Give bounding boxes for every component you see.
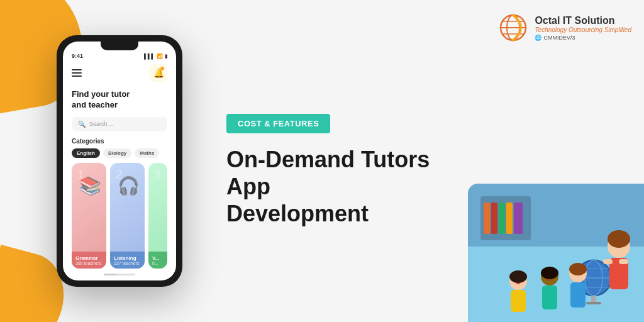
svg-rect-23 [619,259,628,264]
grammar-label: Grammar 389 teachers [72,252,106,269]
main-title-line1: On-Demand Tutors App [226,147,430,199]
listening-illustration: 🎧 [118,175,140,196]
tutor-card-listening[interactable]: 2 🎧 Listening 237 teachers [110,163,145,269]
classroom-svg [468,184,644,322]
main-title-line2: Development [226,201,369,226]
company-badge: 🌐 CMMIDEV/3 [535,35,631,41]
listening-label: Listening 237 teachers [110,252,145,269]
vocab-label: V... 8... [148,252,167,269]
cmmi-badge-text: CMMIDEV/3 [543,35,575,41]
company-logo-globe [498,13,528,43]
cost-features-badge: COST & FEATURES [226,114,330,133]
left-section: 9:41 ▌▌▌ 📶 ▮ 🔔 [0,0,214,322]
company-name: Octal IT Solution [535,14,631,26]
main-title: On-Demand Tutors App Development [226,146,465,228]
grammar-subject: Grammar [75,255,103,261]
category-tag-english[interactable]: English [72,148,100,158]
battery-icon: ▮ [165,53,167,59]
cmmi-icon: 🌐 [535,35,541,41]
svg-point-30 [541,267,558,279]
svg-rect-32 [570,282,586,308]
svg-rect-19 [586,302,601,304]
grammar-teachers: 389 teachers [75,261,103,265]
vocab-teachers: 8... [152,261,164,265]
svg-rect-10 [499,203,505,234]
phone-header: 🔔 [63,62,176,87]
svg-rect-22 [603,259,613,264]
phone-notch [101,42,138,50]
svg-rect-9 [491,203,497,234]
svg-rect-12 [514,203,523,234]
menu-icon[interactable] [72,69,82,77]
logo-area: Octal IT Solution Technology Outsourcing… [498,13,631,43]
classroom-photo-bg [468,184,644,322]
right-section: Octal IT Solution Technology Outsourcing… [214,0,644,322]
vocab-subject: V... [152,255,164,261]
scroll-bar [104,274,135,275]
tutor-card-vocab[interactable]: 3 V... 8... [148,163,167,269]
listening-teachers: 237 teachers [114,261,141,265]
company-tagline: Technology Outsourcing Simplified [535,26,631,33]
phone-mockup: 9:41 ▌▌▌ 📶 ▮ 🔔 [57,35,182,287]
svg-point-24 [608,230,630,248]
scroll-indicator [63,269,176,280]
logo-text-block: Octal IT Solution Technology Outsourcing… [535,14,631,41]
svg-point-33 [569,263,587,275]
main-container: 9:41 ▌▌▌ 📶 ▮ 🔔 [0,0,644,322]
phone-time: 9:41 [72,53,83,59]
signal-icon: ▌▌▌ [144,53,155,59]
grammar-illustration: 📚 [79,175,101,196]
svg-rect-8 [484,203,490,234]
svg-rect-29 [542,286,557,309]
phone-screen: 9:41 ▌▌▌ 📶 ▮ 🔔 [63,42,176,280]
svg-point-27 [509,270,527,283]
category-tag-maths[interactable]: Maths [135,148,159,158]
classroom-photo [468,184,644,322]
phone-status-icons: ▌▌▌ 📶 ▮ [144,53,167,59]
tutor-cards: 1 📚 Grammar 389 teachers 2 [63,163,176,269]
notification-dot [160,67,164,70]
svg-rect-26 [511,290,526,312]
wifi-icon: 📶 [157,53,163,59]
category-tag-biology[interactable]: Biology [103,148,131,158]
categories-label: Categories [72,138,167,145]
search-icon: 🔍 [78,121,86,128]
search-placeholder: Search ... [89,121,114,127]
svg-rect-11 [506,203,513,234]
card-number-3: 3 [153,167,161,183]
category-tags: English Biology Maths [72,148,167,158]
listening-subject: Listening [114,255,141,261]
phone-hero-title: Find your tutorand teacher [72,89,167,111]
tutor-card-grammar[interactable]: 1 📚 Grammar 389 teachers [72,163,106,269]
notification-bell-icon[interactable]: 🔔 [150,64,167,82]
categories-section: Categories English Biology Maths [63,138,176,163]
phone-hero-text: Find your tutorand teacher [63,87,176,117]
search-bar[interactable]: 🔍 Search ... [72,117,167,131]
